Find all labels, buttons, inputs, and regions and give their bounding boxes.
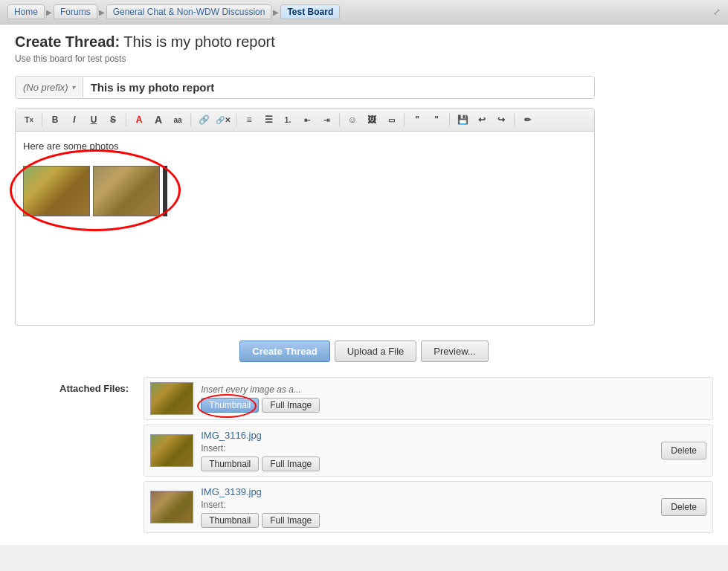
insert-thumbnail-first-button[interactable]: Thumbnail	[201, 398, 259, 413]
prefix-select[interactable]: (No prefix) ▾	[16, 77, 83, 97]
external-link-icon[interactable]: ⤢	[713, 7, 721, 17]
red-circle-wrap: Thumbnail	[201, 398, 259, 413]
file-item-first: Insert every image as a... Thumbnail Ful…	[144, 377, 713, 420]
toolbar-media-button[interactable]: ▭	[382, 112, 400, 128]
toolbar-align-button[interactable]: ≡	[240, 112, 258, 128]
toolbar-undo-button[interactable]: ↩	[473, 112, 491, 128]
create-thread-button[interactable]: Create Thread	[239, 341, 329, 362]
preview-button[interactable]: Preview...	[421, 341, 488, 362]
toolbar-sep-7	[449, 113, 450, 126]
photo-row	[23, 166, 167, 216]
file-name-2: IMG_3139.jpg	[201, 486, 654, 497]
page-content: Create Thread: This is my photo report U…	[0, 25, 728, 545]
delete-2-button[interactable]: Delete	[661, 498, 706, 516]
toolbar-tx-button[interactable]: Tx	[20, 112, 38, 128]
toolbar-indent-button[interactable]: ⇥	[318, 112, 335, 128]
insert-full-first-button[interactable]: Full Image	[262, 398, 320, 413]
insert-btns-first: Thumbnail Full Image	[201, 398, 706, 413]
page-title: Create Thread: This is my photo report	[15, 33, 713, 51]
thread-title-input[interactable]	[83, 77, 594, 98]
toolbar-image-button[interactable]: 🖼	[363, 112, 381, 128]
photo-thumb-2	[93, 166, 160, 216]
action-buttons: Create Thread Upload a File Preview...	[15, 341, 713, 362]
toolbar-sep-8	[514, 113, 515, 126]
file-info-1: IMG_3116.jpg Insert: Thumbnail Full Imag…	[201, 430, 654, 471]
toolbar-fontsize-small-button[interactable]: aa	[169, 112, 187, 128]
attached-files-section: Attached Files: Insert every image as a.…	[15, 377, 713, 533]
insert-full-1-button[interactable]: Full Image	[262, 457, 320, 471]
toolbar-sep-1	[42, 113, 42, 126]
file-thumb-1	[150, 434, 193, 467]
file-insert-label-1: Insert:	[201, 443, 654, 454]
file-info-first: Insert every image as a... Thumbnail Ful…	[201, 384, 706, 413]
toolbar-fontsize-large-button[interactable]: A	[149, 112, 167, 128]
breadcrumb-sep-2: ▶	[99, 8, 105, 16]
page-subtitle: Use this board for test posts	[15, 54, 713, 64]
toolbar-emoji-button[interactable]: ☺	[344, 112, 361, 128]
toolbar-source-button[interactable]: ✏	[518, 112, 536, 128]
toolbar-fontcolor-button[interactable]: A	[130, 112, 148, 128]
toolbar-save-button[interactable]: 💾	[454, 112, 471, 128]
insert-full-2-button[interactable]: Full Image	[262, 513, 320, 528]
editor-container: Tx B I U S A A aa 🔗 🔗✕ ≡ ☰ 1. ⇤ ⇥ ☺ 🖼 ▭ …	[15, 108, 595, 326]
thread-title-row: (No prefix) ▾	[15, 76, 595, 99]
toolbar-sep-5	[339, 113, 340, 126]
toolbar-link-button[interactable]: 🔗	[195, 112, 213, 128]
file-name-1: IMG_3116.jpg	[201, 430, 654, 441]
file-thumb-2	[150, 491, 193, 523]
breadcrumb-sep-1: ▶	[46, 8, 52, 16]
file-item-1: IMG_3116.jpg Insert: Thumbnail Full Imag…	[144, 425, 713, 477]
toolbar-underline-button[interactable]: U	[85, 112, 103, 128]
file-item-2: IMG_3139.jpg Insert: Thumbnail Full Imag…	[144, 481, 713, 533]
toolbar-sep-3	[190, 113, 191, 126]
toolbar-outdent-button[interactable]: ⇤	[298, 112, 316, 128]
file-insert-label-2: Insert:	[201, 500, 654, 510]
toolbar-sep-6	[404, 113, 405, 126]
editor-text: Here are some photos	[23, 139, 587, 154]
insert-btns-1: Thumbnail Full Image	[201, 457, 654, 471]
toolbar-redo-button[interactable]: ↪	[492, 112, 510, 128]
editor-toolbar: Tx B I U S A A aa 🔗 🔗✕ ≡ ☰ 1. ⇤ ⇥ ☺ 🖼 ▭ …	[16, 109, 594, 132]
upload-file-button[interactable]: Upload a File	[335, 341, 417, 362]
breadcrumb-forums[interactable]: Forums	[54, 4, 97, 19]
breadcrumb-testboard[interactable]: Test Board	[280, 4, 340, 19]
toolbar-unlink-button[interactable]: 🔗✕	[214, 112, 232, 128]
toolbar-sep-4	[236, 113, 236, 126]
toolbar-bullets-button[interactable]: ☰	[260, 112, 277, 128]
files-list: Insert every image as a... Thumbnail Ful…	[144, 377, 713, 533]
insert-every-label: Insert every image as a...	[201, 384, 706, 395]
toolbar-sep-2	[126, 113, 126, 126]
photo-circle-wrapper	[23, 160, 167, 216]
editor-body[interactable]: Here are some photos	[16, 132, 594, 325]
toolbar-italic-button[interactable]: I	[65, 112, 83, 128]
photo-cursor	[163, 166, 167, 216]
file-info-2: IMG_3139.jpg Insert: Thumbnail Full Imag…	[201, 486, 654, 528]
photo-thumb-1	[23, 166, 90, 216]
toolbar-quote-close-button[interactable]: "	[428, 112, 445, 128]
breadcrumb-sep-3: ▶	[273, 8, 279, 16]
insert-thumbnail-1-button[interactable]: Thumbnail	[201, 457, 259, 471]
file-thumb-first	[150, 382, 193, 415]
toolbar-strikethrough-button[interactable]: S	[104, 112, 122, 128]
delete-1-button[interactable]: Delete	[661, 442, 706, 459]
breadcrumb-general[interactable]: General Chat & Non-WDW Discussion	[106, 4, 272, 19]
attached-files-label: Attached Files:	[59, 377, 129, 394]
toolbar-quote-open-button[interactable]: "	[408, 112, 426, 128]
toolbar-bold-button[interactable]: B	[46, 112, 64, 128]
insert-btns-2: Thumbnail Full Image	[201, 513, 654, 528]
insert-thumbnail-2-button[interactable]: Thumbnail	[201, 513, 259, 528]
breadcrumb: Home ▶ Forums ▶ General Chat & Non-WDW D…	[0, 0, 728, 25]
prefix-arrow-icon: ▾	[71, 83, 75, 91]
toolbar-numbers-button[interactable]: 1.	[279, 112, 297, 128]
breadcrumb-home[interactable]: Home	[7, 4, 45, 19]
